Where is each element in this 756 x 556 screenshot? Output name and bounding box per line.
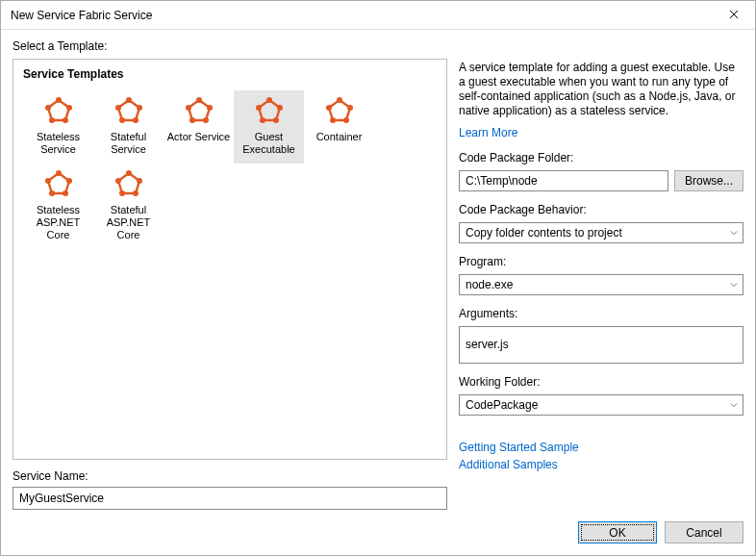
getting-started-link[interactable]: Getting Started Sample xyxy=(459,441,743,454)
svg-point-8 xyxy=(119,117,125,123)
close-button[interactable] xyxy=(712,1,755,30)
close-icon xyxy=(729,9,739,22)
service-fabric-icon xyxy=(113,96,144,127)
svg-point-0 xyxy=(56,97,62,103)
template-item-label: Stateful ASP.NET Core xyxy=(95,204,162,241)
service-fabric-icon xyxy=(254,96,285,127)
template-item-label: Stateless Service xyxy=(25,131,91,156)
svg-point-26 xyxy=(66,178,72,184)
select-template-label: Select a Template: xyxy=(13,39,743,53)
svg-point-28 xyxy=(49,190,55,196)
arguments-input[interactable] xyxy=(459,326,743,364)
svg-point-24 xyxy=(326,105,332,111)
svg-point-16 xyxy=(277,105,283,111)
svg-point-29 xyxy=(45,178,51,184)
service-fabric-icon xyxy=(113,169,144,200)
svg-point-21 xyxy=(347,105,353,111)
template-item-container[interactable]: Container xyxy=(304,90,374,164)
program-input[interactable] xyxy=(459,274,743,295)
svg-point-31 xyxy=(137,178,142,184)
template-item-label: Stateful Service xyxy=(95,131,162,156)
svg-point-15 xyxy=(266,97,272,103)
template-item-stateful-service[interactable]: Stateful Service xyxy=(93,90,164,164)
template-item-label: Container xyxy=(306,131,372,143)
arguments-label: Arguments: xyxy=(459,307,743,320)
svg-point-10 xyxy=(196,97,202,103)
template-item-label: Actor Service xyxy=(165,131,232,143)
svg-point-14 xyxy=(186,105,191,111)
code-package-folder-label: Code Package Folder: xyxy=(459,151,743,164)
svg-point-4 xyxy=(45,105,51,111)
template-item-stateless-service[interactable]: Stateless Service xyxy=(23,90,93,164)
service-name-input[interactable] xyxy=(13,487,447,510)
svg-point-18 xyxy=(260,117,265,123)
svg-point-7 xyxy=(133,117,139,123)
svg-point-34 xyxy=(115,178,121,184)
code-package-behavior-value[interactable] xyxy=(459,222,743,243)
svg-point-6 xyxy=(137,105,142,111)
svg-point-30 xyxy=(126,170,132,176)
svg-point-12 xyxy=(203,117,209,123)
titlebar: New Service Fabric Service xyxy=(1,1,755,30)
svg-point-5 xyxy=(126,97,132,103)
code-package-behavior-label: Code Package Behavior: xyxy=(459,203,743,216)
program-label: Program: xyxy=(459,255,743,268)
service-fabric-icon xyxy=(43,169,74,200)
svg-point-2 xyxy=(63,117,68,123)
svg-point-20 xyxy=(337,97,342,103)
svg-point-1 xyxy=(66,105,72,111)
template-item-actor-service[interactable]: Actor Service xyxy=(164,90,234,164)
template-item-guest-executable[interactable]: Guest Executable xyxy=(234,90,304,164)
service-name-label: Service Name: xyxy=(13,469,447,483)
service-fabric-icon xyxy=(184,96,214,127)
templates-heading: Service Templates xyxy=(23,67,437,81)
svg-point-13 xyxy=(189,117,195,123)
svg-point-27 xyxy=(63,190,68,196)
svg-point-22 xyxy=(343,117,349,123)
browse-button[interactable]: Browse... xyxy=(674,170,743,191)
window-title: New Service Fabric Service xyxy=(11,9,152,22)
template-item-label: Guest Executable xyxy=(236,131,302,156)
svg-point-23 xyxy=(330,117,336,123)
svg-point-25 xyxy=(56,170,62,176)
program-select[interactable] xyxy=(459,274,743,295)
service-fabric-icon xyxy=(324,96,355,127)
svg-point-33 xyxy=(119,190,125,196)
working-folder-value[interactable] xyxy=(459,394,743,416)
working-folder-select[interactable] xyxy=(459,394,743,416)
svg-point-19 xyxy=(256,105,262,111)
template-item-stateful-asp-net-core[interactable]: Stateful ASP.NET Core xyxy=(93,164,164,249)
svg-point-3 xyxy=(49,117,55,123)
svg-point-32 xyxy=(133,190,139,196)
working-folder-label: Working Folder: xyxy=(459,375,743,389)
code-package-folder-input[interactable] xyxy=(459,170,668,191)
templates-panel: Service Templates Stateless Service Stat… xyxy=(13,59,447,460)
code-package-behavior-select[interactable] xyxy=(459,222,743,243)
svg-point-9 xyxy=(115,105,121,111)
template-item-label: Stateless ASP.NET Core xyxy=(25,204,91,241)
template-description: A service template for adding a guest ex… xyxy=(459,61,743,118)
template-item-stateless-asp-net-core[interactable]: Stateless ASP.NET Core xyxy=(23,164,93,249)
svg-point-17 xyxy=(273,117,279,123)
service-fabric-icon xyxy=(43,96,74,127)
ok-button[interactable]: OK xyxy=(578,521,657,543)
learn-more-link[interactable]: Learn More xyxy=(459,126,743,139)
svg-point-11 xyxy=(207,105,213,111)
additional-samples-link[interactable]: Additional Samples xyxy=(459,458,743,471)
cancel-button[interactable]: Cancel xyxy=(665,521,743,543)
